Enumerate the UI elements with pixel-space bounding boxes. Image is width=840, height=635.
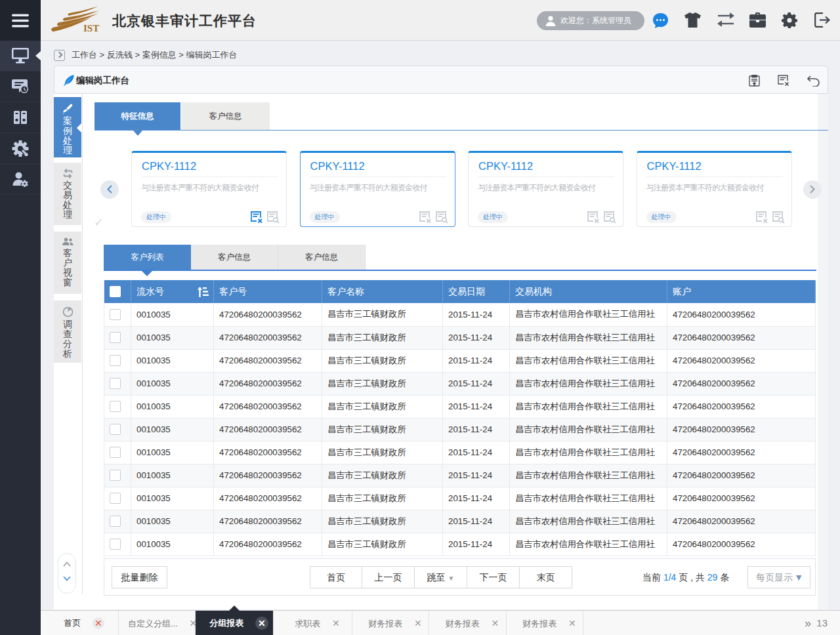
svg-text:IST: IST (83, 23, 99, 33)
